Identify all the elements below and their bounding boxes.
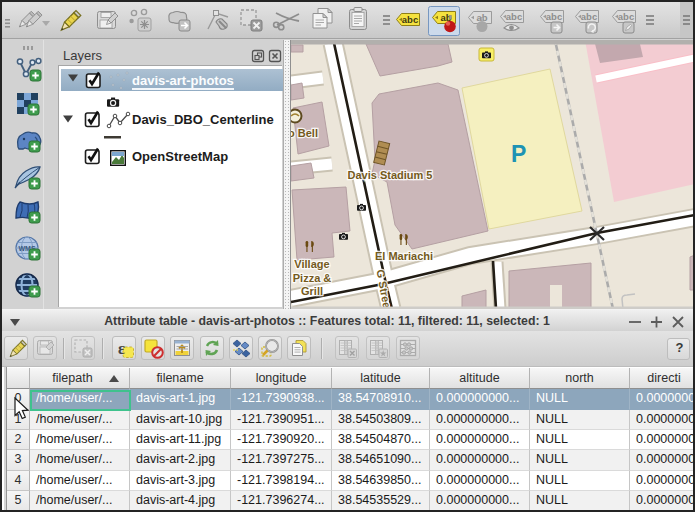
svg-text:abc: abc <box>581 11 597 22</box>
svg-text:Village: Village <box>294 258 329 270</box>
svg-text:Davis Stadium 5: Davis Stadium 5 <box>348 169 433 181</box>
svg-text:abc: abc <box>546 11 562 22</box>
svg-text:abc: abc <box>506 11 522 22</box>
svg-text:ε: ε <box>118 339 125 358</box>
svg-text:o Bell: o Bell <box>291 127 318 139</box>
svg-text:abc: abc <box>618 11 634 22</box>
svg-text:El Mariachi: El Mariachi <box>375 250 433 262</box>
svg-text:Pizza &: Pizza & <box>293 272 332 284</box>
svg-text:Grill: Grill <box>301 285 323 297</box>
svg-text:P: P <box>511 141 526 167</box>
svg-text:abc: abc <box>402 14 418 25</box>
